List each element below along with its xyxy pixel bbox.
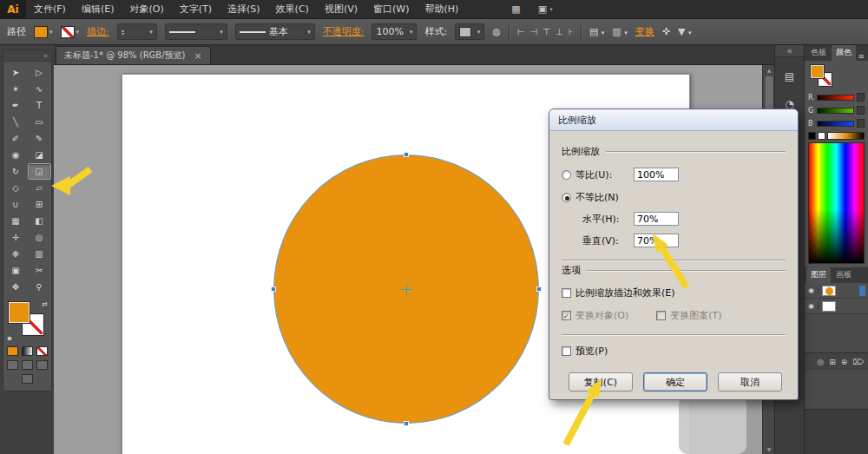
vertical-input[interactable] [634, 234, 679, 247]
panel-menu-icon[interactable]: ≡ [858, 52, 866, 61]
close-tab-icon[interactable]: × [194, 50, 201, 62]
opacity-combo[interactable]: 100% ▾ [372, 23, 417, 40]
expand-panels-icon[interactable]: « [775, 45, 804, 57]
hand-tool[interactable]: ✥ [4, 279, 28, 295]
menu-select[interactable]: 选择(S) [220, 0, 268, 19]
copy-button[interactable]: 复制(C) [569, 372, 633, 391]
swatches-panel-icon[interactable]: ▤ [780, 68, 799, 85]
tab-swatches[interactable]: 色板 [806, 45, 831, 61]
new-sublayer-icon[interactable]: ⊞ [829, 358, 836, 366]
align-top-icon[interactable]: ⊤ [542, 27, 550, 36]
type-tool[interactable]: T [28, 97, 51, 114]
gradient-mode-button[interactable] [22, 346, 33, 356]
isolate-selection-icon[interactable]: ✜ [662, 26, 670, 37]
green-value-field[interactable] [857, 106, 865, 115]
menu-view[interactable]: 视图(V) [317, 0, 365, 19]
green-slider[interactable] [817, 108, 854, 114]
stroke-color-dropdown[interactable]: ▾ [61, 26, 80, 38]
visibility-eye-icon[interactable]: ◉ [805, 302, 819, 310]
uniform-radio[interactable] [562, 170, 571, 180]
visibility-eye-icon[interactable]: ◉ [805, 286, 819, 294]
width-tool[interactable]: ◇ [4, 180, 28, 196]
rectangle-tool[interactable]: ▭ [28, 114, 51, 130]
style-combo[interactable]: ▾ [455, 23, 484, 40]
zoom-tool[interactable]: ⚲ [28, 279, 51, 295]
draw-inside-button[interactable] [36, 360, 48, 370]
scale-strokes-checkbox[interactable] [562, 288, 571, 298]
arrange-documents-icon[interactable]: ▦ [511, 3, 520, 15]
red-value-field[interactable] [857, 93, 865, 102]
new-layer-icon[interactable]: ⊕ [841, 358, 848, 366]
menu-file[interactable]: 文件(F) [26, 0, 74, 19]
tools-collapse-button[interactable]: « [3, 50, 51, 62]
transform-patterns-checkbox[interactable] [656, 311, 666, 320]
stroke-weight-spinner[interactable]: ▴▾ [122, 29, 124, 36]
workspace-switcher[interactable]: ▣▾ [538, 3, 553, 15]
layer-row-2[interactable]: ◉ [805, 299, 868, 314]
menu-help[interactable]: 帮助(H) [417, 0, 466, 19]
column-graph-tool[interactable]: ▥ [28, 246, 51, 262]
anchor-point-left[interactable] [271, 286, 276, 292]
color-spectrum[interactable] [808, 142, 865, 264]
make-clip-mask-icon[interactable]: ◎ [817, 358, 824, 366]
fill-color-well[interactable] [9, 302, 30, 323]
brush-definition-combo[interactable]: 基本 ▾ [235, 23, 315, 40]
menu-edit[interactable]: 编辑(E) [74, 0, 122, 19]
menu-effect[interactable]: 效果(C) [268, 0, 317, 19]
ok-button[interactable]: 确定 [643, 372, 707, 391]
red-slider[interactable] [817, 95, 854, 101]
black-swatch[interactable] [808, 132, 816, 140]
recolor-artwork-icon[interactable]: ◍ [492, 26, 501, 37]
rotate-tool[interactable]: ↻ [4, 163, 28, 180]
shape-builder-tool[interactable]: ∪ [4, 196, 28, 213]
preview-checkbox[interactable] [562, 346, 571, 356]
width-profile-combo[interactable]: ▾ [165, 23, 227, 40]
scale-tool[interactable]: ◲ [28, 163, 51, 180]
tab-layers[interactable]: 图层 [806, 267, 831, 283]
symbol-sprayer-tool[interactable]: ❉ [4, 246, 28, 262]
stroke-weight-combo[interactable]: ▴▾ ▾ [117, 23, 157, 40]
delete-layer-icon[interactable]: ⌦ [852, 358, 864, 366]
tab-color[interactable]: 颜色 [832, 45, 856, 61]
align-center-icon[interactable]: ⊦ [569, 27, 573, 36]
pencil-tool[interactable]: ✎ [28, 130, 51, 147]
free-transform-tool[interactable]: ▱ [28, 180, 51, 196]
blue-slider[interactable] [817, 121, 854, 127]
lasso-tool[interactable]: ∿ [28, 81, 51, 97]
cancel-button[interactable]: 取消 [718, 372, 782, 391]
transform-link[interactable]: 变换 [635, 25, 654, 38]
color-mode-button[interactable] [7, 346, 18, 356]
line-segment-tool[interactable]: ╲ [4, 114, 28, 130]
uniform-input[interactable] [634, 168, 679, 181]
scroll-down-icon[interactable]: ▼ [763, 446, 775, 452]
select-similar-icon[interactable]: ▼ ▾ [678, 26, 691, 37]
blue-value-field[interactable] [857, 119, 865, 128]
slice-tool[interactable]: ✂ [28, 262, 51, 279]
screen-mode-button[interactable] [22, 374, 33, 384]
non-uniform-radio[interactable] [562, 193, 571, 202]
direct-selection-tool[interactable]: ▷ [28, 64, 51, 81]
swap-fill-stroke-icon[interactable]: ⇄ [42, 300, 48, 308]
anchor-point-top[interactable] [404, 152, 409, 157]
blob-brush-tool[interactable]: ◉ [4, 147, 28, 163]
artboard-tool[interactable]: ▣ [4, 262, 28, 279]
paintbrush-tool[interactable]: ✐ [4, 130, 28, 147]
menu-type[interactable]: 文字(T) [172, 0, 220, 19]
transform-objects-checkbox[interactable]: ✓ [562, 311, 571, 320]
scroll-up-icon[interactable]: ▲ [763, 67, 775, 73]
layer-row-1[interactable]: ◉ [805, 283, 868, 299]
opacity-link[interactable]: 不透明度: [323, 25, 365, 38]
white-swatch[interactable] [818, 132, 825, 140]
gradient-tool[interactable]: ◧ [28, 213, 51, 229]
menu-object[interactable]: 对象(O) [122, 0, 171, 19]
selection-tool[interactable]: ➤ [4, 64, 28, 81]
tab-artboards[interactable]: 画板 [832, 267, 856, 283]
default-fill-stroke-icon[interactable]: ▪ [7, 334, 11, 342]
draw-behind-button[interactable] [22, 360, 33, 370]
align-right-icon[interactable]: ⊣ [530, 27, 538, 36]
eyedropper-tool[interactable]: ✛ [4, 229, 28, 246]
mesh-tool[interactable]: ▦ [4, 213, 28, 229]
anchor-point-bottom[interactable] [404, 421, 409, 426]
document-tab[interactable]: 未标题-1* @ 98% (RGB/预览) × [56, 46, 211, 64]
magic-wand-tool[interactable]: ✶ [4, 81, 28, 97]
